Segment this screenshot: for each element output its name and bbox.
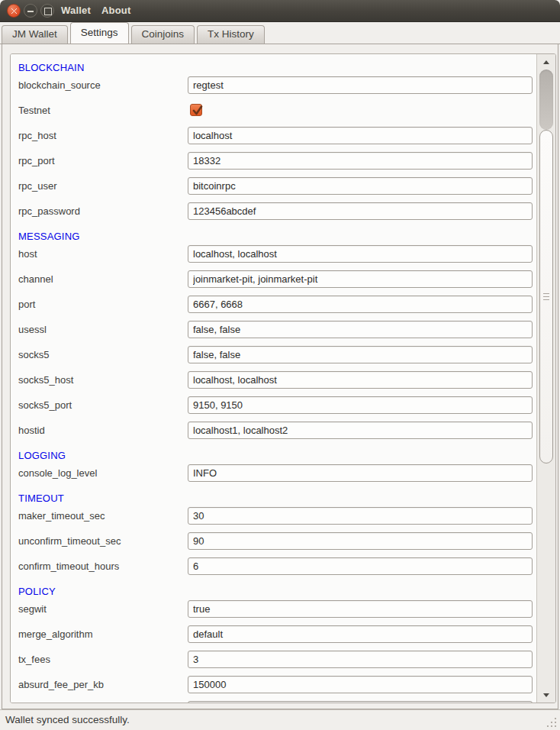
form-row-absurd-fee-per-kb: absurd_fee_per_kb <box>18 676 531 701</box>
form-row-blockchain-source: blockchain_source <box>18 76 531 102</box>
row-label-unconfirm-timeout-sec: unconfirm_timeout_sec <box>18 532 121 550</box>
input-port[interactable] <box>188 296 533 313</box>
status-message: Wallet synced successfully. <box>5 710 130 730</box>
resize-grip-icon[interactable] <box>547 717 557 727</box>
row-label-blockchain-source: blockchain_source <box>18 76 101 94</box>
form-row-segwit: segwit <box>18 600 531 625</box>
form-row-tx-fees: tx_fees <box>18 651 531 676</box>
input-socks5-host[interactable] <box>188 371 533 389</box>
form-row-socks5-host: socks5_host <box>18 371 531 396</box>
maximize-button[interactable] <box>40 4 54 18</box>
row-label-confirm-timeout-hours: confirm_timeout_hours <box>18 557 119 575</box>
menu-about[interactable]: About <box>101 0 131 21</box>
input-blockchain-source[interactable] <box>188 76 533 94</box>
input-usessl[interactable] <box>188 321 533 338</box>
section-header-timeout: TIMEOUT <box>18 489 64 507</box>
form-row-host: host <box>18 245 531 270</box>
application-window: Wallet About JM WalletSettingsCoinjoinsT… <box>0 0 560 730</box>
scroll-up-button[interactable] <box>537 54 555 69</box>
form-row-socks5-port: socks5_port <box>18 396 531 422</box>
row-label-absurd-fee-per-kb: absurd_fee_per_kb <box>18 676 104 693</box>
row-label-rpc-port: rpc_port <box>18 152 55 170</box>
minimize-button[interactable] <box>24 4 37 18</box>
input-unconfirm-timeout-sec[interactable] <box>188 532 533 550</box>
row-label-segwit: segwit <box>18 600 47 618</box>
section-header-blockchain: BLOCKCHAIN <box>18 59 85 76</box>
form-row-port: port <box>18 296 531 321</box>
tab-bar: JM WalletSettingsCoinjoinsTx History <box>0 22 560 44</box>
row-label-usessl: usessl <box>18 321 47 338</box>
form-row-hostid: hostid <box>18 422 531 447</box>
form-row-channel: channel <box>18 270 531 296</box>
input-console-log-level[interactable] <box>188 464 533 482</box>
testnet-checkbox[interactable] <box>190 104 202 116</box>
scrollbar-trough-top[interactable] <box>539 69 553 130</box>
input-maker-timeout-sec[interactable] <box>188 507 533 525</box>
input-row[interactable] <box>188 701 533 703</box>
settings-viewport: BLOCKCHAINblockchain_sourceTestnetrpc_ho… <box>11 54 536 703</box>
input-absurd-fee-per-kb[interactable] <box>188 676 533 693</box>
status-bar: Wallet synced successfully. <box>0 709 560 730</box>
input-host[interactable] <box>188 245 533 263</box>
row-label-maker-timeout-sec: maker_timeout_sec <box>18 507 105 525</box>
checkmark-icon <box>191 104 204 118</box>
row-label-port: port <box>18 296 35 313</box>
settings-pane: BLOCKCHAINblockchain_sourceTestnetrpc_ho… <box>2 44 558 709</box>
form-row-rpc-password: rpc_password <box>18 202 531 228</box>
input-rpc-password[interactable] <box>188 202 533 220</box>
input-channel[interactable] <box>188 270 533 288</box>
tab-jm-wallet[interactable]: JM Wallet <box>2 25 68 44</box>
form-row-rpc-port: rpc_port <box>18 152 531 177</box>
row-label-socks5-host: socks5_host <box>18 371 73 389</box>
tab-strip: JM WalletSettingsCoinjoinsTx History <box>2 22 265 44</box>
tab-tx-history[interactable]: Tx History <box>197 25 265 44</box>
row-label-merge-algorithm: merge_algorithm <box>18 625 93 643</box>
row-label-console-log-level: console_log_level <box>18 464 97 482</box>
tab-coinjoins[interactable]: Coinjoins <box>131 25 195 44</box>
settings-scroll-area: BLOCKCHAINblockchain_sourceTestnetrpc_ho… <box>10 53 556 703</box>
form-row-socks5: socks5 <box>18 346 531 371</box>
input-hostid[interactable] <box>188 422 533 439</box>
row-label-socks5: socks5 <box>18 346 49 363</box>
input-socks5-port[interactable] <box>188 396 533 414</box>
row-label-testnet: Testnet <box>18 102 50 119</box>
input-confirm-timeout-hours[interactable] <box>188 557 533 575</box>
form-row-unconfirm-timeout-sec: unconfirm_timeout_sec <box>18 532 531 557</box>
menu-wallet[interactable]: Wallet <box>61 0 91 21</box>
scrollbar-grip-icon <box>543 293 549 301</box>
row-label-rpc-password: rpc_password <box>18 202 80 220</box>
row-label-rpc-user: rpc_user <box>18 177 57 195</box>
input-merge-algorithm[interactable] <box>188 625 533 643</box>
form-row-rpc-host: rpc_host <box>18 127 531 152</box>
window-titlebar: Wallet About <box>0 0 560 22</box>
input-rpc-host[interactable] <box>188 127 533 144</box>
section-header-policy: POLICY <box>18 583 56 600</box>
form-row-merge-algorithm: merge_algorithm <box>18 625 531 651</box>
form-row-row <box>18 701 531 703</box>
vertical-scrollbar[interactable] <box>536 54 555 703</box>
form-row-maker-timeout-sec: maker_timeout_sec <box>18 507 531 532</box>
tab-settings[interactable]: Settings <box>70 22 129 44</box>
row-label-host: host <box>18 245 37 263</box>
form-row-usessl: usessl <box>18 321 531 346</box>
input-rpc-user[interactable] <box>188 177 533 195</box>
section-header-messaging: MESSAGING <box>18 228 80 245</box>
row-label-rpc-host: rpc_host <box>18 127 56 144</box>
scroll-up-icon <box>543 60 549 64</box>
row-label-tx-fees: tx_fees <box>18 651 50 668</box>
input-socks5[interactable] <box>188 346 533 363</box>
pane-top-border <box>0 44 560 44</box>
row-label-hostid: hostid <box>18 422 45 439</box>
form-row-rpc-user: rpc_user <box>18 177 531 202</box>
section-header-logging: LOGGING <box>18 447 66 464</box>
close-button[interactable] <box>7 4 21 18</box>
scroll-down-icon <box>543 693 549 697</box>
scrollbar-thumb[interactable] <box>539 130 553 464</box>
form-row-confirm-timeout-hours: confirm_timeout_hours <box>18 557 531 583</box>
input-segwit[interactable] <box>188 600 533 618</box>
scroll-down-button[interactable] <box>537 687 555 703</box>
row-label-socks5-port: socks5_port <box>18 396 72 414</box>
input-rpc-port[interactable] <box>188 152 533 170</box>
input-tx-fees[interactable] <box>188 651 533 668</box>
form-row-testnet: Testnet <box>18 102 531 127</box>
